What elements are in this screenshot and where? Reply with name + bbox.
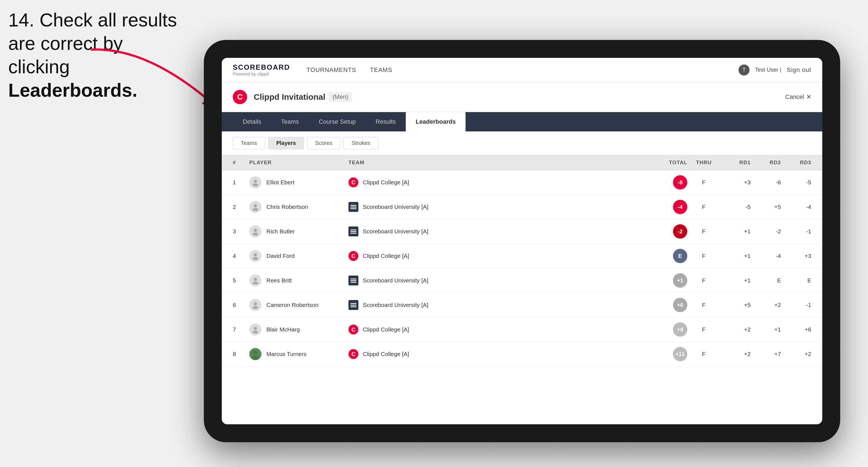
col-rd1: RD1 <box>720 159 751 165</box>
team-logo: C <box>348 349 359 359</box>
rd1: +2 <box>720 326 751 333</box>
svg-point-16 <box>253 350 257 354</box>
rd2: -4 <box>751 253 781 259</box>
table-row: 2 Chris Robertson Scorebo <box>222 195 822 219</box>
thru: F <box>687 179 720 186</box>
player-cell: Cameron Robertson <box>249 299 348 311</box>
svg-point-1 <box>254 180 257 183</box>
rd2: E <box>751 277 781 284</box>
rd3: +6 <box>781 326 811 333</box>
thru: F <box>687 228 720 235</box>
col-rd2: RD2 <box>751 159 781 165</box>
rd2: +1 <box>751 326 781 333</box>
team-name: Scoreboard University [A] <box>363 302 428 308</box>
col-player: PLAYER <box>249 159 348 165</box>
team-cell: C Clippd College [A] <box>348 349 643 359</box>
user-avatar: T <box>739 64 749 75</box>
tab-results[interactable]: Results <box>366 112 406 131</box>
svg-point-6 <box>253 232 258 235</box>
nav-tournaments[interactable]: TOURNAMENTS <box>307 66 356 73</box>
rd3: +2 <box>781 351 811 357</box>
player-name: Cameron Robertson <box>267 302 318 308</box>
player-name: Rich Butler <box>267 228 295 235</box>
team-name: Clippd College [A] <box>363 351 409 357</box>
row-rank: 2 <box>233 204 249 210</box>
team-name: Clippd College [A] <box>363 253 409 259</box>
filter-players[interactable]: Players <box>268 137 304 149</box>
filter-scores[interactable]: Scores <box>307 137 340 149</box>
rd1: -5 <box>720 204 751 210</box>
total-badge: +11 <box>673 347 687 361</box>
leaderboard-table: # PLAYER TEAM TOTAL THRU RD1 RD2 RD3 1 E… <box>222 155 822 424</box>
svg-point-3 <box>254 204 257 208</box>
filter-strokes[interactable]: Strokes <box>343 137 378 149</box>
row-rank: 3 <box>233 228 249 235</box>
thru: F <box>687 204 720 210</box>
avatar <box>249 348 261 360</box>
tournament-title: Clippd Invitational <box>254 92 325 102</box>
svg-point-12 <box>253 306 258 309</box>
tablet-screen: SCOREBOARD Powered by clippd TOURNAMENTS… <box>222 58 822 424</box>
team-logo <box>348 300 359 310</box>
svg-point-8 <box>253 257 258 260</box>
team-name: Scoreboard University [A] <box>363 277 428 284</box>
total-badge: +9 <box>673 322 687 337</box>
svg-point-11 <box>254 302 257 306</box>
avatar <box>249 176 261 188</box>
player-cell: Rich Butler <box>249 225 348 238</box>
tab-course-setup[interactable]: Course Setup <box>309 112 366 131</box>
rd2: +2 <box>751 302 781 308</box>
cancel-button[interactable]: Cancel ✕ <box>785 93 811 100</box>
rd3: -5 <box>781 179 811 186</box>
tab-teams[interactable]: Teams <box>271 112 309 131</box>
team-cell: Scoreboard University [A] <box>348 202 643 212</box>
table-header: # PLAYER TEAM TOTAL THRU RD1 RD2 RD3 <box>222 155 822 170</box>
svg-point-14 <box>253 331 258 333</box>
row-rank: 4 <box>233 253 249 259</box>
team-cell: Scoreboard University [A] <box>348 276 643 285</box>
team-cell: C Clippd College [A] <box>348 324 643 335</box>
player-cell: Blair McHarg <box>249 323 348 336</box>
team-cell: C Clippd College [A] <box>348 178 643 187</box>
player-cell: Rees Britt <box>249 274 348 286</box>
rd3: -4 <box>781 204 811 210</box>
row-rank: 5 <box>233 277 249 284</box>
team-cell: Scoreboard University [A] <box>348 300 643 310</box>
table-row: 1 Elliot Ebert C Clippd College [A] -8 F… <box>222 170 822 195</box>
svg-point-5 <box>254 229 257 232</box>
rd2: +7 <box>751 351 781 357</box>
filter-teams[interactable]: Teams <box>233 137 265 149</box>
tab-leaderboards[interactable]: Leaderboards <box>406 112 466 131</box>
total-badge: -4 <box>673 200 687 214</box>
player-name: Chris Robertson <box>267 204 308 210</box>
avatar <box>249 201 261 213</box>
avatar <box>249 323 261 336</box>
svg-point-4 <box>253 208 258 211</box>
tab-nav: Details Teams Course Setup Results Leade… <box>222 112 822 131</box>
team-logo <box>348 226 359 237</box>
svg-point-9 <box>254 278 257 281</box>
logo-area: SCOREBOARD Powered by clippd <box>233 63 290 76</box>
thru: F <box>687 277 720 284</box>
top-nav: SCOREBOARD Powered by clippd TOURNAMENTS… <box>222 58 822 82</box>
player-cell: Chris Robertson <box>249 201 348 213</box>
rd3: E <box>781 277 811 284</box>
row-rank: 6 <box>233 302 249 308</box>
nav-teams[interactable]: TEAMS <box>370 66 392 73</box>
table-row: 7 Blair McHarg C Clippd College [A] +9 F… <box>222 317 822 342</box>
rd2: -6 <box>751 179 781 186</box>
col-total: TOTAL <box>643 159 687 165</box>
total-badge: +1 <box>673 273 687 288</box>
thru: F <box>687 302 720 308</box>
rd3: -1 <box>781 228 811 235</box>
tablet-frame: SCOREBOARD Powered by clippd TOURNAMENTS… <box>204 40 840 442</box>
logo-sub: Powered by clippd <box>233 72 290 76</box>
tab-details[interactable]: Details <box>233 112 271 131</box>
sign-out-link[interactable]: Sign out <box>787 66 811 73</box>
team-name: Clippd College [A] <box>363 326 409 333</box>
col-rd3: RD3 <box>781 159 811 165</box>
nav-user-text: Test User | <box>755 67 781 73</box>
col-thru: THRU <box>687 159 720 165</box>
avatar <box>249 250 261 262</box>
table-row: 5 Rees Britt Scoreboard U <box>222 268 822 293</box>
